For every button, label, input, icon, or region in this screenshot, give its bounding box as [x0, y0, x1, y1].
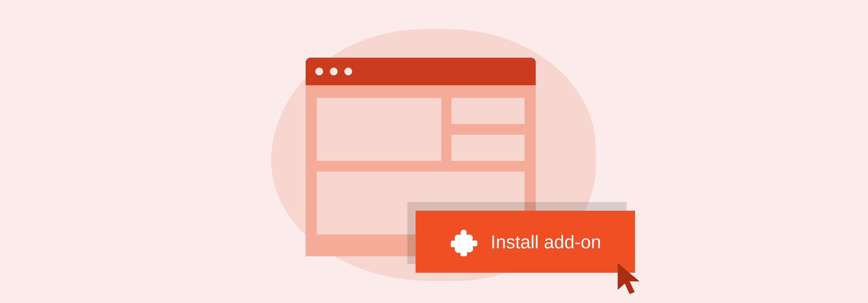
- browser-titlebar: [306, 58, 536, 85]
- cursor-icon: [615, 262, 644, 296]
- window-control-dot: [330, 67, 338, 75]
- content-panel: [452, 98, 525, 124]
- content-panel: [317, 98, 441, 161]
- illustration-stage: Install add-on: [0, 0, 868, 303]
- install-button-label: Install add-on: [491, 231, 601, 252]
- window-control-dot: [344, 67, 352, 75]
- window-control-dot: [315, 67, 323, 75]
- content-panel: [452, 135, 525, 161]
- puzzle-piece-icon: [450, 227, 478, 256]
- install-addon-button[interactable]: Install add-on: [415, 211, 635, 273]
